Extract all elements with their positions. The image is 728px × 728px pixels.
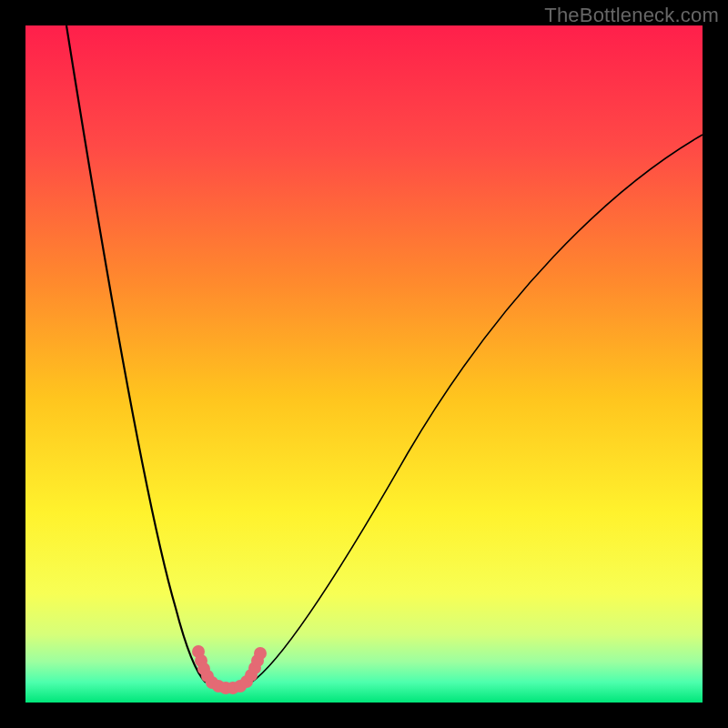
gradient-background [25, 25, 703, 703]
chart-container: TheBottleneck.com [0, 0, 728, 728]
watermark-label: TheBottleneck.com [544, 4, 719, 27]
svg-point-13 [254, 647, 267, 660]
bottleneck-chart [25, 25, 703, 703]
